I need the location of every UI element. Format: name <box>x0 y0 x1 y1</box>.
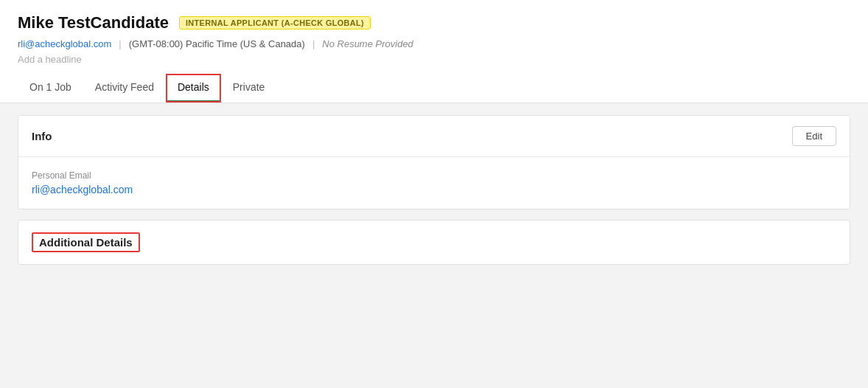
additional-details-header: Additional Details <box>18 221 850 264</box>
main-content: Info Edit Personal Email rli@acheckgloba… <box>0 103 868 287</box>
separator-2: | <box>312 38 315 49</box>
tab-activity-feed[interactable]: Activity Feed <box>83 74 166 103</box>
tab-private[interactable]: Private <box>221 74 277 103</box>
info-card: Info Edit Personal Email rli@acheckgloba… <box>18 115 850 209</box>
candidate-name: Mike TestCandidate <box>18 13 169 32</box>
tab-bar: On 1 Job Activity Feed Details Private <box>18 74 850 103</box>
personal-email-value: rli@acheckglobal.com <box>32 184 836 195</box>
header-top: Mike TestCandidate INTERNAL APPLICANT (A… <box>18 13 850 32</box>
tab-details[interactable]: Details <box>166 74 221 103</box>
personal-email-label: Personal Email <box>32 170 836 181</box>
edit-button[interactable]: Edit <box>792 126 836 146</box>
candidate-email-link[interactable]: rli@acheckglobal.com <box>18 38 111 49</box>
tab-on-job[interactable]: On 1 Job <box>18 74 83 103</box>
additional-details-title: Additional Details <box>32 232 140 252</box>
separator-1: | <box>119 38 121 49</box>
no-resume-text: No Resume Provided <box>322 38 413 49</box>
header-section: Mike TestCandidate INTERNAL APPLICANT (A… <box>0 0 868 103</box>
info-card-title: Info <box>32 130 52 142</box>
header-meta: rli@acheckglobal.com | (GMT-08:00) Pacif… <box>18 38 850 49</box>
personal-email-link[interactable]: rli@acheckglobal.com <box>32 184 133 195</box>
timezone-text: (GMT-08:00) Pacific Time (US & Canada) <box>129 38 305 49</box>
additional-details-card: Additional Details <box>18 220 850 265</box>
headline-placeholder[interactable]: Add a headline <box>18 54 850 65</box>
info-card-header: Info Edit <box>18 116 850 157</box>
info-card-body: Personal Email rli@acheckglobal.com <box>18 157 850 209</box>
internal-applicant-badge: INTERNAL APPLICANT (A-CHECK GLOBAL) <box>179 16 371 30</box>
